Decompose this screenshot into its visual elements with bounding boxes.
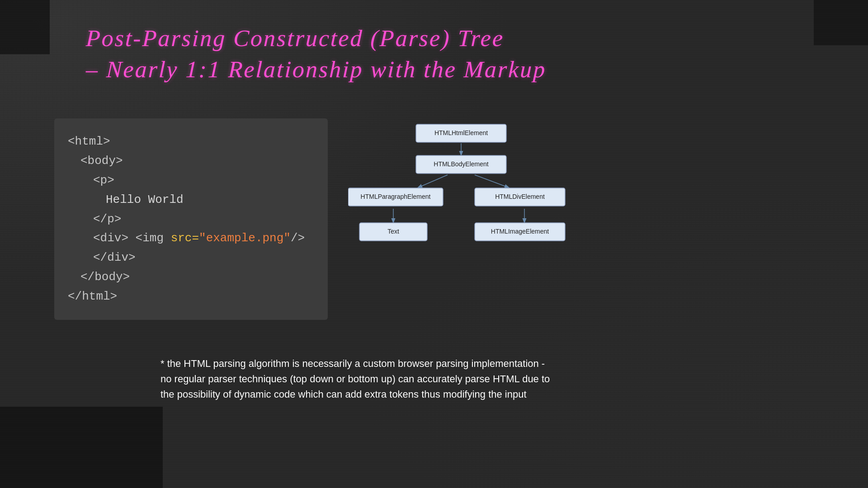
title-line1: Post-Parsing Constructed (Parse) Tree xyxy=(85,25,547,52)
node-text-label: Text xyxy=(387,228,399,235)
tree-diagram: HTMLHtmlElement HTMLBodyElement HTMLPara… xyxy=(348,115,574,251)
node-img-label: HTMLImageElement xyxy=(491,228,549,235)
footnote: * the HTML parsing algorithm is necessar… xyxy=(160,356,554,402)
corner-decoration-tr xyxy=(814,0,868,45)
main-content: Post-Parsing Constructed (Parse) Tree – … xyxy=(0,0,868,488)
edge-body-div xyxy=(475,175,509,188)
edge-body-p xyxy=(418,175,448,188)
title-line2: – Nearly 1:1 Relationship with the Marku… xyxy=(85,56,547,83)
node-body-label: HTMLBodyElement xyxy=(434,160,488,168)
code-line-5: </p> xyxy=(93,210,314,229)
node-div-label: HTMLDivElement xyxy=(495,193,545,200)
code-line-7: </body> xyxy=(80,267,314,287)
footnote-text: * the HTML parsing algorithm is necessar… xyxy=(160,358,550,400)
code-content: <html> <body> <p> Hello World </p> <div>… xyxy=(68,132,314,306)
code-block: <html> <body> <p> Hello World </p> <div>… xyxy=(54,118,328,320)
code-line-2: <body> xyxy=(80,151,314,171)
title-section: Post-Parsing Constructed (Parse) Tree – … xyxy=(86,25,546,83)
node-html-label: HTMLHtmlElement xyxy=(434,129,488,136)
code-line-6: <div> <img src="example.png"/></div> xyxy=(93,229,314,267)
tree-svg: HTMLHtmlElement HTMLBodyElement HTMLPara… xyxy=(348,115,574,251)
code-line-3: <p> xyxy=(93,171,314,190)
code-line-8: </html> xyxy=(68,287,314,306)
corner-decoration-bl xyxy=(0,407,163,488)
node-p-label: HTMLParagraphElement xyxy=(361,193,431,200)
corner-decoration-tl xyxy=(0,0,50,54)
code-line-4: Hello World xyxy=(106,190,314,210)
code-line-1: <html> xyxy=(68,132,314,151)
